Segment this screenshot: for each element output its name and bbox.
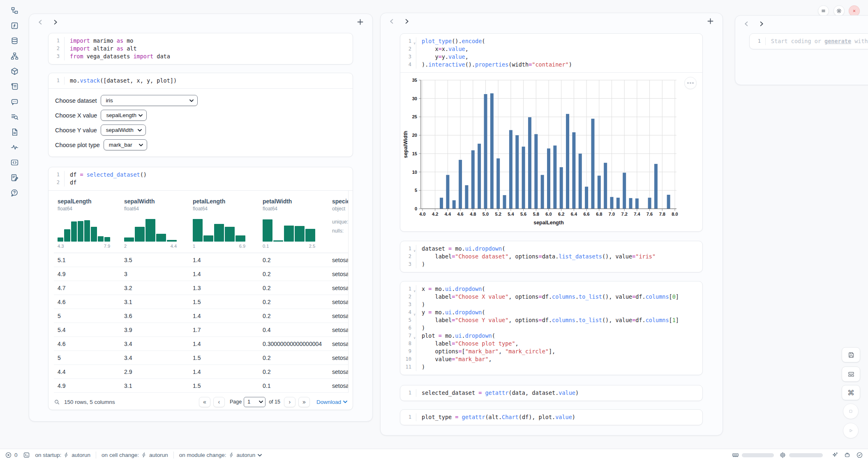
chevron-right-icon[interactable]: [53, 19, 58, 25]
code-line: 4∨y = mo.ui.dropdown(: [400, 309, 702, 316]
code-line: 7∨plot = mo.ui.dropdown(: [400, 332, 702, 340]
next-page-button[interactable]: ›: [284, 397, 295, 407]
code-line: 1∨x = mo.ui.dropdown(: [400, 285, 702, 293]
code-editor[interactable]: 1selected_dataset = getattr(data, datase…: [400, 385, 702, 401]
search-icon[interactable]: [54, 399, 60, 405]
code-editor[interactable]: 1df = selected_dataset()2df: [48, 167, 353, 190]
table-row[interactable]: 4.73.21.30.2setosa: [54, 281, 348, 295]
datasources-icon[interactable]: [10, 36, 19, 45]
svg-text:8.0: 8.0: [672, 212, 678, 217]
help-icon[interactable]: [10, 188, 19, 197]
close-icon[interactable]: [849, 5, 860, 16]
chevron-right-icon[interactable]: [759, 21, 764, 27]
dataset-dropdown[interactable]: iris: [101, 95, 198, 106]
packages-icon[interactable]: [10, 67, 19, 76]
table-column-header[interactable]: petalLengthfloat6416.9: [189, 198, 259, 249]
tracebacks-icon[interactable]: [10, 112, 19, 121]
svg-text:4.2: 4.2: [432, 212, 438, 217]
add-cell-icon[interactable]: [357, 19, 363, 25]
code-editor[interactable]: 1∨dataset = mo.ui.dropdown(2 label="Choo…: [400, 241, 702, 272]
table-row[interactable]: 5.13.51.40.2setosa: [54, 253, 348, 267]
terminal-icon: [23, 452, 30, 459]
profiler-icon[interactable]: [10, 143, 19, 152]
connection-status-button[interactable]: [856, 452, 863, 459]
save-button[interactable]: [842, 347, 860, 362]
chart-bar: [452, 200, 456, 209]
ai-chat-icon[interactable]: [10, 97, 19, 106]
table-column-header[interactable]: sepalWidthfloat6424.4: [120, 198, 189, 249]
chevron-left-icon[interactable]: [38, 19, 43, 25]
table-row[interactable]: 4.93.11.50.1setosa: [54, 379, 348, 393]
ram-meter[interactable]: [732, 452, 774, 459]
cpu-meter[interactable]: [779, 452, 823, 459]
documentation-icon[interactable]: [10, 127, 19, 136]
altair-bar-chart[interactable]: 4.04.24.44.64.85.05.25.45.65.86.06.26.46…: [402, 74, 701, 230]
table-row[interactable]: 4.42.91.40.2setosa: [54, 365, 348, 379]
chevron-right-icon[interactable]: [404, 18, 409, 24]
chart-bar: [440, 198, 443, 209]
first-page-button[interactable]: «: [199, 397, 210, 407]
svg-text:5.2: 5.2: [495, 212, 501, 217]
chart-menu-icon[interactable]: [684, 77, 697, 89]
svg-text:20: 20: [412, 133, 417, 138]
snippets-icon[interactable]: [10, 158, 19, 167]
generate-link[interactable]: generate: [824, 38, 851, 44]
chart-bar: [459, 160, 462, 209]
file-explorer-icon[interactable]: [10, 6, 19, 15]
settings-gear-icon[interactable]: [833, 5, 845, 16]
autorun-on-startup[interactable]: on startup: autorun: [35, 452, 91, 458]
scratchpad-icon[interactable]: [10, 173, 19, 182]
table-row[interactable]: 4.63.11.50.2setosa: [54, 295, 348, 309]
cell-dataset-dropdown: 1∨dataset = mo.ui.dropdown(2 label="Choo…: [400, 241, 703, 272]
divider: [173, 452, 174, 459]
chart-bar: [509, 130, 512, 209]
code-editor[interactable]: 1 Start coding or generate with: [750, 34, 868, 49]
terminal-button[interactable]: [23, 452, 30, 459]
logs-icon[interactable]: [10, 82, 19, 91]
last-page-button[interactable]: »: [298, 397, 310, 407]
ai-generate-button[interactable]: [831, 452, 838, 459]
code-editor[interactable]: 1mo.vstack([dataset, x, y, plot]): [48, 73, 353, 88]
menu-icon[interactable]: [818, 5, 829, 16]
table-row[interactable]: 53.61.40.2setosa: [54, 309, 348, 323]
autorun-on-module-change[interactable]: on module change: autorun: [179, 452, 262, 458]
code-editor[interactable]: 1∨x = mo.ui.dropdown(2 label="Choose X v…: [400, 281, 702, 375]
table-row[interactable]: 4.63.41.40.30000000000000004setosa: [54, 337, 348, 351]
error-indicator[interactable]: 0: [5, 452, 18, 459]
page-select[interactable]: 1: [244, 397, 265, 407]
autorun-on-cell-change[interactable]: on cell change: autorun: [102, 452, 168, 458]
y-value-dropdown[interactable]: sepalWidth: [101, 124, 146, 136]
table-column-header[interactable]: petalWidthfloat640.12.5: [259, 198, 328, 249]
x-value-dropdown[interactable]: sepalLength: [101, 110, 147, 121]
chart-bar: [623, 173, 626, 209]
dependency-graph-icon[interactable]: [10, 51, 19, 60]
table-row[interactable]: 4.931.40.2setosa: [54, 267, 348, 281]
table-row[interactable]: 5.43.91.70.4setosa: [54, 323, 348, 337]
ram-usage-bar: [742, 453, 774, 457]
svg-text:7.4: 7.4: [634, 212, 640, 217]
stop-button[interactable]: [843, 403, 859, 419]
code-editor[interactable]: 1import marimo as mo2import altair as al…: [48, 33, 353, 64]
prev-page-button[interactable]: ‹: [213, 397, 225, 407]
table-row[interactable]: 53.41.50.2setosa: [54, 351, 348, 365]
plot-type-dropdown[interactable]: mark_bar: [104, 139, 147, 150]
code-line: 4).interactive().properties(width="conta…: [400, 61, 702, 69]
robot-icon: [844, 452, 851, 459]
download-button[interactable]: Download: [316, 399, 347, 405]
svg-text:7.2: 7.2: [621, 212, 628, 217]
svg-text:5.0: 5.0: [482, 212, 489, 217]
add-cell-icon[interactable]: [707, 18, 713, 24]
code-editor[interactable]: 1∨plot_type().encode(2 x=x.value,3 y=y.v…: [400, 34, 702, 72]
layout-button[interactable]: [842, 366, 860, 382]
svg-text:25: 25: [412, 114, 417, 119]
chevron-left-icon[interactable]: [744, 21, 749, 27]
ai-assistant-button[interactable]: [844, 452, 851, 459]
column-histogram: [58, 217, 110, 242]
run-button[interactable]: [843, 423, 859, 438]
table-column-header[interactable]: speciesobjectunique:nulls:: [328, 198, 349, 249]
chevron-left-icon[interactable]: [389, 18, 395, 24]
command-palette-button[interactable]: ⌘: [842, 385, 860, 400]
code-editor[interactable]: 1plot_type = getattr(alt.Chart(df), plot…: [400, 410, 702, 425]
table-column-header[interactable]: sepalLengthfloat644.37.9: [54, 198, 120, 249]
functions-icon[interactable]: [10, 21, 19, 30]
